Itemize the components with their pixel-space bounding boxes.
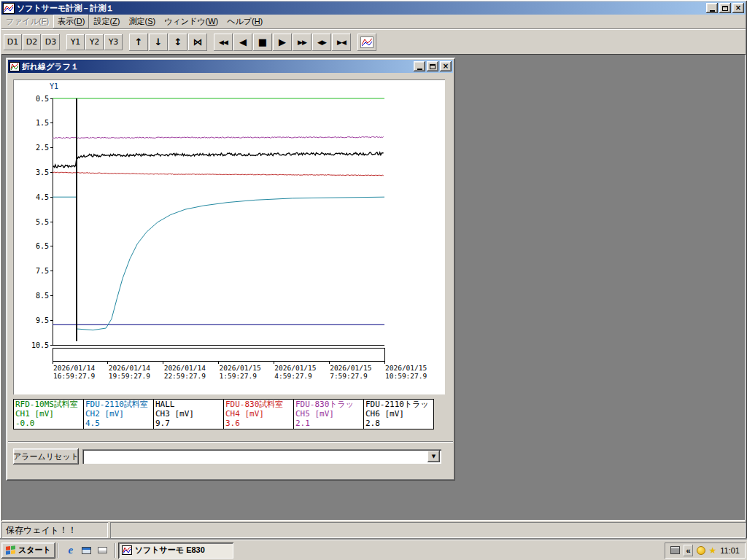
y1-button[interactable]: Y1 xyxy=(66,34,85,50)
svg-text:8.5: 8.5 xyxy=(36,292,49,300)
svg-text:2026/01/14: 2026/01/14 xyxy=(109,364,150,372)
d2-button[interactable]: D2 xyxy=(23,34,41,50)
y3-button[interactable]: Y3 xyxy=(104,34,123,50)
menu-file[interactable]: ファイル(F) xyxy=(1,15,53,28)
legend-channel-3: HALLCH3 [mV]9.7 xyxy=(154,400,224,429)
update-notification-icon[interactable] xyxy=(697,546,705,555)
svg-text:2026/01/14: 2026/01/14 xyxy=(53,364,95,372)
scale-up-button[interactable]: ↑ xyxy=(129,34,148,51)
auto-scale-button[interactable]: ⋈ xyxy=(188,34,207,51)
legend-device-name: HALL xyxy=(155,400,222,409)
restore-button[interactable] xyxy=(719,3,731,13)
scroll-left-button[interactable]: ◀ xyxy=(233,34,252,51)
stop-scroll-button[interactable]: ■ xyxy=(253,34,272,51)
taskbar-separator xyxy=(58,543,59,558)
svg-text:4.5: 4.5 xyxy=(36,193,49,201)
scroll-fast-right-button[interactable]: ▶▶ xyxy=(293,34,311,51)
svg-text:10.5: 10.5 xyxy=(31,341,49,349)
taskbar-separator xyxy=(115,543,116,558)
scale-down-button[interactable]: ↓ xyxy=(149,34,168,51)
toolbar: D1D2D3Y1Y2Y3↑↓↕⋈◀◀◀■▶▶▶◀▶▶◀ xyxy=(1,29,746,54)
graph-minimize-button[interactable] xyxy=(414,61,425,71)
legend-value: 4.5 xyxy=(85,419,152,428)
task-app-icon xyxy=(122,545,132,555)
menu-window[interactable]: ウィンドウ(W) xyxy=(160,15,222,28)
legend-device-name: FDU-830トラッ xyxy=(295,400,362,409)
app-icon xyxy=(3,3,15,14)
y2-button[interactable]: Y2 xyxy=(85,34,104,50)
ime-icon[interactable] xyxy=(670,546,680,554)
toolbar-separator xyxy=(208,39,213,46)
menu-settings[interactable]: 設定(Z) xyxy=(89,15,124,28)
legend-channel-label: CH6 [mV] xyxy=(365,409,432,419)
toolbar-separator xyxy=(352,39,357,46)
legend-channel-label: CH1 [mV] xyxy=(15,409,82,419)
toolbar-separator xyxy=(61,39,66,46)
start-button[interactable]: スタート xyxy=(1,542,55,559)
maximize-icon xyxy=(430,64,436,69)
main-window: ソフトサーモ計測－計測１ × ファイル(F)表示(D)設定(Z)測定(S)ウィン… xyxy=(0,0,747,540)
minimize-icon xyxy=(710,10,715,12)
svg-text:9.5: 9.5 xyxy=(36,316,49,324)
clock: 11:01 xyxy=(720,546,740,555)
status-bar: 保存ウェイト！！ xyxy=(1,522,746,538)
status-message: 保存ウェイト！！ xyxy=(1,522,108,538)
taskbar: スタート e ソフトサーモ E830 « ★ 11:01 xyxy=(0,540,747,560)
svg-text:2026/01/15: 2026/01/15 xyxy=(385,364,427,372)
internet-explorer-icon: e xyxy=(68,544,73,556)
main-titlebar[interactable]: ソフトサーモ計測－計測１ × xyxy=(1,1,746,15)
combobox-dropdown-button[interactable]: ▼ xyxy=(427,451,440,462)
combobox-value xyxy=(82,449,427,464)
minimize-button[interactable] xyxy=(706,3,718,13)
svg-text:7:59:27.9: 7:59:27.9 xyxy=(330,372,368,380)
d3-button[interactable]: D3 xyxy=(42,34,60,50)
legend-channel-label: CH4 [mV] xyxy=(225,409,292,419)
compress-time-axis-button[interactable]: ▶◀ xyxy=(332,34,351,51)
legend-value: -0.0 xyxy=(15,419,82,428)
quicklaunch-ie-button[interactable]: e xyxy=(63,543,78,558)
show-desktop-icon xyxy=(82,547,91,554)
svg-text:3.5: 3.5 xyxy=(36,168,49,176)
svg-text:2026/01/15: 2026/01/15 xyxy=(220,364,261,372)
legend-channel-label: CH5 [mV] xyxy=(295,409,362,419)
windows-logo-icon xyxy=(6,545,15,554)
svg-text:0.5: 0.5 xyxy=(36,95,49,103)
series-CH5 xyxy=(53,137,384,139)
taskbar-task-button[interactable]: ソフトサーモ E830 xyxy=(118,542,233,559)
svg-text:6.5: 6.5 xyxy=(36,242,49,250)
d1-button[interactable]: D1 xyxy=(4,34,22,50)
alarm-combobox[interactable]: ▼ xyxy=(82,449,441,464)
legend-table: RFD-10MS試料室CH1 [mV]-0.0FDU-2110試料室CH2 [m… xyxy=(13,399,434,429)
svg-text:2026/01/14: 2026/01/14 xyxy=(164,364,206,372)
legend-channel-6: FDU-2110トラッCH6 [mV]2.8 xyxy=(364,400,434,429)
scroll-fast-left-button[interactable]: ◀◀ xyxy=(214,34,233,51)
graph-titlebar[interactable]: 折れ線グラフ１ × xyxy=(8,60,453,73)
window-controls: × xyxy=(706,3,744,13)
svg-text:22:59:27.9: 22:59:27.9 xyxy=(164,372,206,380)
alarm-reset-button[interactable]: アラームリセット xyxy=(13,448,79,464)
legend-channel-label: CH3 [mV] xyxy=(155,409,222,419)
close-button[interactable]: × xyxy=(732,3,744,13)
expand-time-axis-button[interactable]: ◀▶ xyxy=(312,34,331,51)
hide-icons-chevron[interactable]: « xyxy=(684,545,692,556)
svg-text:19:59:27.9: 19:59:27.9 xyxy=(109,372,150,380)
task-label: ソフトサーモ E830 xyxy=(135,545,205,556)
quicklaunch-outlook-button[interactable] xyxy=(96,543,110,558)
status-panel-secondary xyxy=(110,522,746,538)
mdi-area: 折れ線グラフ１ × Y10.51.52.53.54.55.56.57.58.59… xyxy=(1,54,746,521)
menu-help[interactable]: ヘルプ(H) xyxy=(222,15,267,28)
line-graph-button[interactable] xyxy=(357,34,376,51)
graph-maximize-button[interactable] xyxy=(427,61,438,71)
series-CH6 xyxy=(53,152,384,168)
legend-channel-2: FDU-2110試料室CH2 [mV]4.5 xyxy=(84,400,154,429)
menu-measure[interactable]: 測定(S) xyxy=(124,15,160,28)
graph-close-button[interactable]: × xyxy=(440,61,452,71)
scale-expand-button[interactable]: ↕ xyxy=(169,34,187,51)
menu-view[interactable]: 表示(D) xyxy=(53,15,89,28)
series-CH4 xyxy=(53,172,384,176)
quicklaunch-desktop-button[interactable] xyxy=(80,543,94,558)
scroll-right-button[interactable]: ▶ xyxy=(273,34,292,51)
svg-text:10:59:27.9: 10:59:27.9 xyxy=(385,372,427,380)
line-graph-icon xyxy=(360,36,374,48)
tray-star-icon[interactable]: ★ xyxy=(709,546,717,555)
